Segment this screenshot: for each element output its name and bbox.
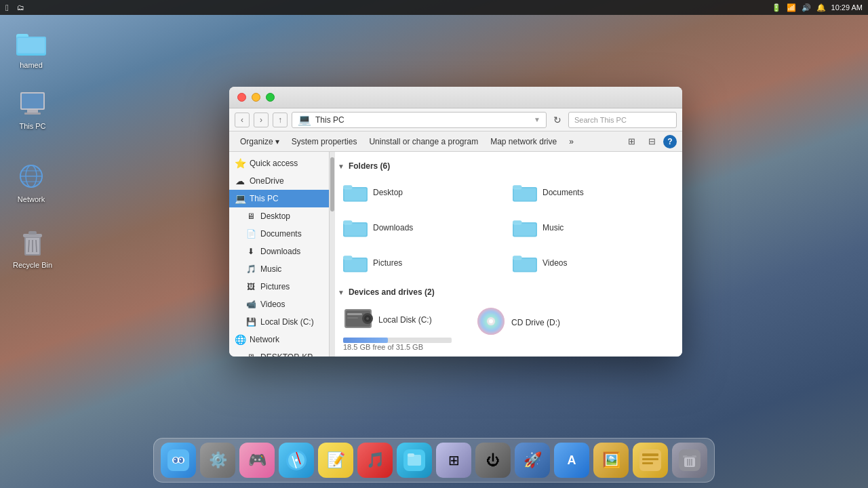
documents-sidebar-icon: 📄 bbox=[245, 229, 256, 239]
folder-item-pictures[interactable]: Pictures bbox=[338, 247, 505, 279]
desktop-icon-this-pc[interactable]: This PC bbox=[8, 88, 57, 131]
title-bar bbox=[229, 87, 682, 108]
content-area: ⭐ Quick access ☁ OneDrive 💻 This PC 🖥 De… bbox=[229, 152, 682, 357]
folders-section-header[interactable]: ▼ Folders (6) bbox=[338, 161, 674, 171]
maximize-button[interactable] bbox=[266, 93, 275, 102]
address-dropdown-icon[interactable]: ▼ bbox=[534, 116, 540, 123]
svg-rect-3 bbox=[18, 38, 45, 53]
device-item-local-disk-c[interactable]: Local Disk (C:) 18.5 GB free of 31.5 GB bbox=[338, 302, 460, 355]
svg-point-55 bbox=[174, 459, 176, 460]
forward-button[interactable]: › bbox=[254, 113, 269, 127]
dock-item-power[interactable]: ⏻ bbox=[475, 443, 511, 478]
menubar-wifi-icon: 📶 bbox=[787, 3, 796, 12]
dock-item-game-center[interactable]: 🎮 bbox=[239, 443, 275, 478]
sidebar-item-onedrive[interactable]: ☁ OneDrive bbox=[229, 172, 329, 190]
sidebar-item-downloads[interactable]: ⬇ Downloads bbox=[229, 243, 329, 260]
svg-point-53 bbox=[174, 458, 178, 463]
apple-menu-icon[interactable]:  bbox=[5, 3, 9, 13]
up-button[interactable]: ↑ bbox=[273, 113, 288, 127]
devices-section-header[interactable]: ▼ Devices and drives (2) bbox=[338, 287, 674, 297]
sidebar-item-local-disk[interactable]: 💾 Local Disk (C:) bbox=[229, 313, 329, 331]
dock-item-music[interactable]: 🎵 bbox=[357, 443, 393, 478]
toolbar: Organize ▾ System properties Uninstall o… bbox=[229, 131, 682, 152]
back-button[interactable]: ‹ bbox=[235, 113, 250, 127]
dock-item-safari[interactable] bbox=[279, 443, 314, 478]
dock-item-stickies[interactable] bbox=[633, 443, 668, 478]
menubar-volume-icon: 🔊 bbox=[802, 3, 811, 12]
desktop-kpt6f-icon: 🖥 bbox=[245, 352, 256, 357]
dock-item-system-prefs[interactable]: ⚙️ bbox=[200, 443, 235, 478]
sidebar-label-videos: Videos bbox=[260, 300, 285, 309]
recycle-bin-label: Recycle Bin bbox=[13, 261, 52, 270]
local-disk-c-bar-fill bbox=[343, 338, 388, 343]
folder-label-documents: Documents bbox=[542, 188, 584, 197]
folder-label-music: Music bbox=[542, 223, 564, 232]
sidebar-item-videos[interactable]: 📹 Videos bbox=[229, 296, 329, 313]
system-properties-button[interactable]: System properties bbox=[286, 134, 363, 150]
view-details-button[interactable]: ⊞ bbox=[623, 134, 640, 150]
svg-point-43 bbox=[366, 317, 369, 320]
sidebar-label-this-pc: This PC bbox=[250, 194, 279, 203]
svg-line-20 bbox=[36, 240, 37, 252]
dock-item-launchpad[interactable]: ⊞ bbox=[436, 443, 471, 478]
folder-label-pictures: Pictures bbox=[373, 258, 402, 268]
sidebar-item-quick-access[interactable]: ⭐ Quick access bbox=[229, 155, 329, 172]
sidebar-item-this-pc[interactable]: 💻 This PC bbox=[229, 190, 329, 207]
dock-item-rocket[interactable]: 🚀 bbox=[515, 443, 550, 478]
sidebar-item-network[interactable]: 🌐 Network bbox=[229, 331, 329, 348]
folder-item-desktop[interactable]: Desktop bbox=[338, 176, 505, 209]
folder-label-downloads: Downloads bbox=[373, 223, 413, 232]
more-toolbar-button[interactable]: » bbox=[564, 134, 579, 150]
dock-item-notes[interactable]: 📝 bbox=[318, 443, 353, 478]
uninstall-button[interactable]: Uninstall or change a program bbox=[363, 134, 484, 150]
cd-drive-d-name: CD Drive (D:) bbox=[511, 318, 560, 327]
sidebar-label-downloads: Downloads bbox=[260, 247, 300, 256]
music-folder-icon bbox=[513, 216, 537, 240]
devices-chevron-icon: ▼ bbox=[338, 289, 344, 296]
help-button[interactable]: ? bbox=[663, 135, 677, 148]
local-disk-c-icon bbox=[343, 306, 373, 333]
folder-item-music[interactable]: Music bbox=[507, 211, 674, 244]
minimize-button[interactable] bbox=[252, 93, 260, 102]
menubar:  🗂 🔋 📶 🔊 🔔 10:29 AM bbox=[0, 0, 868, 15]
svg-rect-5 bbox=[22, 94, 43, 108]
sidebar-item-desktop-kpt6f[interactable]: 🖥 DESKTOP-KPT6F... bbox=[229, 348, 329, 357]
svg-rect-35 bbox=[344, 259, 366, 271]
sidebar-label-onedrive: OneDrive bbox=[250, 176, 284, 186]
main-panel: ▼ Folders (6) Desktop bbox=[330, 152, 682, 357]
sidebar-scrollbar[interactable] bbox=[330, 152, 335, 357]
desktop-icon-network[interactable]: Network bbox=[7, 161, 56, 204]
refresh-button[interactable]: ↻ bbox=[551, 115, 564, 125]
organize-button[interactable]: Organize ▾ bbox=[235, 134, 285, 150]
network-label: Network bbox=[18, 195, 45, 204]
dock-item-finder[interactable] bbox=[161, 443, 196, 478]
dock-item-preview[interactable]: 🖼️ bbox=[593, 443, 629, 478]
sidebar-item-documents[interactable]: 📄 Documents bbox=[229, 225, 329, 243]
address-bar: ‹ › ↑ 💻 This PC ▼ ↻ Search This PC bbox=[229, 108, 682, 131]
desktop-icon-recycle-bin[interactable]: Recycle Bin bbox=[8, 227, 57, 270]
finder-menubar-icon[interactable]: 🗂 bbox=[17, 3, 24, 12]
folder-item-downloads[interactable]: Downloads bbox=[338, 211, 505, 244]
folder-item-videos[interactable]: Videos bbox=[507, 247, 674, 279]
svg-rect-32 bbox=[514, 224, 536, 236]
map-network-button[interactable]: Map network drive bbox=[485, 134, 562, 150]
explorer-window: ‹ › ↑ 💻 This PC ▼ ↻ Search This PC Organ… bbox=[229, 87, 682, 357]
device-item-cd-drive-d[interactable]: CD Drive (D:) bbox=[471, 302, 593, 355]
dock-item-trash[interactable] bbox=[672, 443, 707, 478]
folders-section-title: Folders (6) bbox=[349, 161, 390, 171]
address-path[interactable]: 💻 This PC ▼ bbox=[292, 112, 547, 128]
sidebar-item-music[interactable]: 🎵 Music bbox=[229, 260, 329, 278]
view-toggle-button[interactable]: ⊟ bbox=[643, 134, 660, 150]
desktop-icon-hamed[interactable]: hamed bbox=[7, 27, 56, 70]
close-button[interactable] bbox=[237, 93, 246, 102]
dock-item-files[interactable] bbox=[397, 443, 432, 478]
dock-item-app-store[interactable]: A bbox=[554, 443, 589, 478]
folder-item-documents[interactable]: Documents bbox=[507, 176, 674, 209]
sidebar-item-pictures[interactable]: 🖼 Pictures bbox=[229, 278, 329, 296]
this-pc-label: This PC bbox=[19, 122, 45, 131]
search-box[interactable]: Search This PC bbox=[568, 112, 677, 128]
downloads-folder-icon bbox=[343, 216, 368, 240]
sidebar-item-desktop[interactable]: 🖥 Desktop bbox=[229, 207, 329, 225]
sidebar: ⭐ Quick access ☁ OneDrive 💻 This PC 🖥 De… bbox=[229, 152, 330, 357]
folder-label-desktop: Desktop bbox=[373, 188, 403, 197]
